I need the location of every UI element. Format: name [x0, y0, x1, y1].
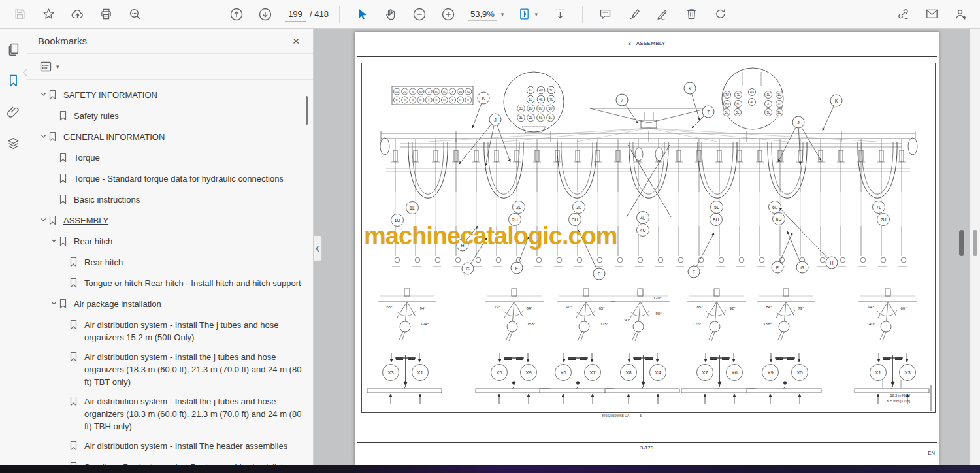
scroll-mode-button[interactable] — [549, 3, 571, 25]
zoom-in-button[interactable] — [437, 3, 459, 25]
bookmark-item[interactable]: Air distribution system - Install the j … — [27, 391, 313, 436]
chevron-down-icon[interactable] — [38, 133, 48, 140]
svg-text:5L: 5L — [736, 111, 740, 114]
rotate-icon — [713, 7, 727, 21]
sidebar-item-layers[interactable] — [4, 133, 24, 153]
add-user-button[interactable] — [949, 3, 972, 25]
bookmark-icon — [59, 152, 70, 165]
svg-text:6U: 6U — [459, 90, 462, 93]
select-tool-button[interactable] — [351, 3, 373, 25]
save-button[interactable] — [8, 3, 31, 25]
search-button[interactable] — [123, 3, 146, 25]
svg-text:1L: 1L — [395, 99, 399, 102]
window-scrollbar-thumb[interactable] — [973, 230, 977, 256]
next-page-button[interactable] — [254, 3, 276, 25]
bookmark-item[interactable]: SAFETY INFORMATION — [27, 85, 313, 106]
bookmark-icon — [69, 351, 80, 365]
bookmark-item[interactable]: Air distribution system - Install the j … — [27, 347, 313, 391]
chevron-down-icon[interactable] — [38, 91, 48, 98]
bookmark-options-button[interactable]: ▾ — [35, 58, 63, 75]
upload-cloud-button[interactable] — [66, 3, 88, 25]
chevron-down-icon[interactable] — [38, 216, 48, 223]
bookmark-item[interactable]: ASSEMBLY — [27, 210, 313, 231]
zoom-level-value: 53,9% — [468, 8, 497, 21]
bookmark-item[interactable]: Air package installation — [27, 294, 313, 315]
comment-tool-button[interactable] — [594, 3, 616, 25]
svg-text:4L: 4L — [435, 99, 438, 102]
svg-text:K: K — [482, 96, 485, 101]
svg-text:4U: 4U — [539, 89, 544, 92]
sidebar-icon-strip — [0, 29, 27, 465]
svg-text:X: X — [412, 99, 414, 102]
svg-text:4U: 4U — [435, 90, 438, 93]
zoom-level-dropdown[interactable]: 53,9%▾ — [468, 8, 504, 21]
svg-text:X5: X5 — [796, 370, 802, 376]
svg-text:90°: 90° — [655, 312, 662, 316]
print-button[interactable] — [95, 3, 117, 25]
bookmark-item[interactable]: GENERAL INFORMATION — [27, 127, 313, 148]
page-down-icon — [258, 7, 272, 22]
svg-text:X: X — [428, 90, 430, 93]
bookmark-item[interactable]: Basic instructions — [27, 189, 313, 210]
svg-text:175°: 175° — [693, 322, 702, 326]
email-button[interactable] — [921, 3, 943, 25]
svg-text:134°: 134° — [421, 322, 429, 326]
svg-text:5L: 5L — [714, 205, 719, 210]
highlight-tool-button[interactable] — [623, 3, 645, 25]
sidebar-item-page-thumbnails[interactable] — [4, 39, 24, 59]
svg-text:6L: 6L — [736, 103, 740, 106]
attachments-icon — [6, 105, 21, 120]
chevron-down-icon[interactable] — [48, 237, 59, 244]
bookmark-item[interactable]: Torque — [27, 148, 313, 169]
svg-text:90°: 90° — [624, 318, 630, 322]
svg-text:7L: 7L — [876, 205, 881, 210]
svg-text:84°: 84° — [766, 305, 772, 309]
comment-icon — [598, 7, 612, 21]
footer-rule — [357, 442, 937, 443]
share-link-button[interactable] — [892, 3, 914, 25]
bookmark-item[interactable]: Air distribution system - Install The he… — [27, 436, 313, 457]
svg-text:120°: 120° — [653, 296, 662, 300]
svg-text:3L: 3L — [519, 116, 523, 120]
svg-text:5L: 5L — [549, 116, 553, 120]
svg-text:F: F — [598, 272, 600, 276]
svg-text:158°: 158° — [527, 322, 536, 326]
document-scrollbar-thumb[interactable] — [959, 230, 964, 256]
favorite-star-button[interactable] — [37, 3, 59, 25]
close-panel-button[interactable]: ✕ — [289, 35, 302, 48]
collapse-sidebar-button[interactable]: ❮ — [314, 235, 322, 261]
page-number-input[interactable] — [285, 7, 306, 22]
zoom-out-button[interactable] — [408, 3, 431, 25]
svg-text:1U: 1U — [395, 90, 399, 93]
bookmark-label: Torque - Standard torque data for hydrau… — [74, 172, 284, 185]
svg-text:6L: 6L — [459, 99, 462, 102]
svg-text:1U: 1U — [529, 89, 533, 92]
bookmark-label: Rear hitch — [74, 235, 112, 248]
hand-tool-button[interactable] — [380, 3, 402, 25]
previous-page-button[interactable] — [225, 3, 248, 25]
bookmark-item[interactable]: Air distribution system - Install The j … — [27, 315, 313, 347]
chevron-down-icon[interactable] — [48, 300, 59, 307]
panel-scrollbar-thumb[interactable] — [306, 96, 308, 125]
detail-circle-left: 1U4U7U1L4L7L3U2U6U5U3L2L6L5L — [504, 72, 564, 133]
svg-text:X8: X8 — [625, 370, 631, 376]
bookmark-item[interactable]: Safety rules — [27, 106, 313, 127]
bookmark-item[interactable]: Rear hitch — [27, 231, 313, 252]
bookmark-item[interactable]: Seeding - Product overview Post assembly… — [27, 457, 313, 465]
sign-tool-button[interactable] — [651, 3, 674, 25]
svg-text:4U: 4U — [640, 228, 646, 233]
trash-button[interactable] — [680, 3, 702, 25]
svg-text:5U: 5U — [548, 107, 553, 110]
svg-text:3L: 3L — [766, 111, 770, 114]
sidebar-item-bookmarks[interactable] — [4, 71, 24, 90]
bookmark-item[interactable]: Rear hitch — [27, 252, 313, 273]
svg-text:1U: 1U — [777, 93, 781, 97]
rotate-button[interactable] — [709, 3, 731, 25]
chevron-down-icon: ▾ — [535, 11, 538, 18]
bookmark-item[interactable]: Torque - Standard torque data for hydrau… — [27, 169, 313, 189]
svg-text:H: H — [830, 261, 833, 265]
fit-page-dropdown[interactable]: ▾ — [512, 3, 542, 25]
sidebar-item-attachments[interactable] — [4, 102, 24, 122]
bookmark-item[interactable]: Tongue or hitch Rear hitch - Install hit… — [27, 273, 313, 294]
bookmark-icon — [48, 90, 59, 103]
